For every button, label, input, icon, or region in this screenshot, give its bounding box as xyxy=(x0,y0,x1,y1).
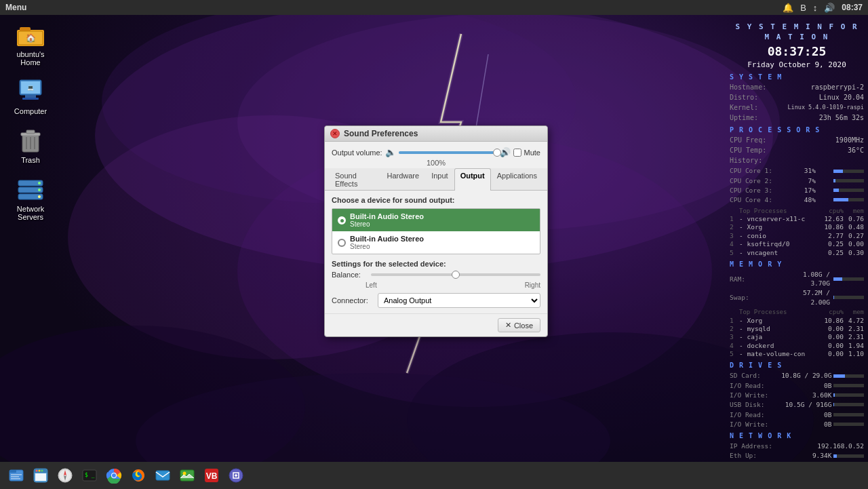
top-proc-row-1: 2 - Xorg 10.86 0.48 xyxy=(730,223,864,231)
taskbar-compass[interactable] xyxy=(54,465,76,486)
io-write1-label: I/O Write: xyxy=(730,391,781,399)
network-icon[interactable]: ↕ xyxy=(813,3,818,13)
volume-icon[interactable]: 🔊 xyxy=(824,3,835,13)
hostname-value: raspberrypi-2 xyxy=(774,83,864,92)
top-proc-row-3: 4 - ksoftirqd/0 0.25 0.00 xyxy=(730,240,864,248)
eth-up-value: 9.34K xyxy=(781,451,832,460)
balance-thumb[interactable] xyxy=(452,271,460,279)
volume-high-icon: 🔊 xyxy=(500,147,511,157)
proc-name-4: - vncagent xyxy=(738,249,823,257)
sysinfo-date: Friday October 9, 2020 xyxy=(730,60,864,70)
svg-point-51 xyxy=(112,473,116,477)
kernel-value: Linux 5.4.0-1019-raspi xyxy=(774,104,864,112)
svg-point-38 xyxy=(36,470,38,472)
taskbar-terminal[interactable]: $ _ xyxy=(79,465,100,486)
taskbar-app[interactable] xyxy=(225,465,247,486)
desktop-icon-network[interactable]: Network Servers xyxy=(7,175,54,221)
cpu-core-row-3: CPU Core 4: 48% xyxy=(730,195,864,204)
taskbar-mail[interactable] xyxy=(152,465,174,486)
proc-num-0: 1 xyxy=(730,215,738,223)
mem-proc-num-4: 5 xyxy=(730,350,738,358)
drives-section: D R I V E S xyxy=(730,361,864,370)
volume-slider-track xyxy=(399,151,497,154)
system-info-panel: S Y S T E M I N F O R M A T I O N 08:37:… xyxy=(726,19,868,473)
taskbar-image-viewer[interactable] xyxy=(176,465,198,486)
proc-num-1: 2 xyxy=(730,223,738,231)
mem-proc-mem-4: 1.10 xyxy=(844,350,864,358)
mem-proc-row-0: 1 - Xorg 10.86 4.72 xyxy=(730,317,864,325)
mem-proc-name-0: - Xorg xyxy=(738,317,823,325)
cpu-core-label-2: CPU Core 3: xyxy=(730,186,781,195)
dialog-footer: ✕ Close xyxy=(325,313,547,336)
cpu-temp-label: CPU Temp: xyxy=(730,146,774,155)
tab-output[interactable]: Output xyxy=(454,168,491,191)
svg-text:🏠: 🏠 xyxy=(26,33,36,43)
balance-slider[interactable] xyxy=(371,273,540,276)
dialog-body: Output volume: 🔈 🔊 Mute 100% Sound Effec… xyxy=(325,142,547,313)
svg-rect-16 xyxy=(22,98,39,100)
mem-proc-mem-2: 2.31 xyxy=(844,333,864,341)
close-button-label: Close xyxy=(514,321,533,330)
choose-device-label: Choose a device for sound output: xyxy=(332,196,540,204)
connector-select[interactable]: Analog Output Digital Output xyxy=(378,293,540,308)
volume-slider-thumb[interactable] xyxy=(493,149,501,157)
taskbar-files[interactable] xyxy=(5,465,27,486)
mute-label: Mute xyxy=(524,149,540,157)
proc-cpu-0: 12.63 xyxy=(823,215,844,223)
proc-mem-2: 0.27 xyxy=(844,232,864,240)
menu-label[interactable]: Menu xyxy=(5,3,26,12)
tab-hardware[interactable]: Hardware xyxy=(380,168,425,191)
io-write2-value: 0B xyxy=(781,420,832,429)
device-sub-1: Stereo xyxy=(350,243,424,250)
mute-checkbox[interactable] xyxy=(513,149,521,157)
sysinfo-title: S Y S T E M I N F O R M A T I O N xyxy=(730,22,864,43)
tab-input[interactable]: Input xyxy=(425,168,454,191)
mem-proc-cpu-header: cpu% xyxy=(823,308,844,317)
proc-mem-0: 0.76 xyxy=(844,215,864,223)
svg-rect-41 xyxy=(35,473,46,481)
dialog-close-button[interactable]: ✕ xyxy=(330,129,340,138)
cpu-core-row-1: CPU Core 2: 7% xyxy=(730,176,864,185)
uptime-value: 23h 56m 32s xyxy=(774,113,864,123)
settings-section-label: Settings for the selected device: xyxy=(332,260,540,268)
balance-right-label: Right xyxy=(525,281,540,289)
bell-icon[interactable]: 🔔 xyxy=(783,3,793,13)
cpu-core-row-2: CPU Core 3: 17% xyxy=(730,186,864,195)
tab-applications[interactable]: Applications xyxy=(491,168,543,191)
device-item-1[interactable]: Built-in Audio Stereo Stereo xyxy=(332,231,540,254)
home-icon-label: ubuntu's Home xyxy=(7,50,54,66)
volume-slider-wrap[interactable] xyxy=(399,151,497,154)
taskbar-chromium[interactable] xyxy=(103,465,125,486)
svg-point-28 xyxy=(38,189,41,191)
close-button[interactable]: ✕ Close xyxy=(498,318,540,332)
mem-proc-row-3: 4 - dockerd 0.00 1.94 xyxy=(730,342,864,350)
svg-rect-20 xyxy=(26,130,35,134)
desktop-icon-home[interactable]: 🏠 ubuntu's Home xyxy=(7,20,54,66)
proc-mem-3: 0.00 xyxy=(844,240,864,248)
tab-sound-effects[interactable]: Sound Effects xyxy=(329,168,380,191)
mem-proc-mem-0: 4.72 xyxy=(844,317,864,325)
cpu-core-val-2: 17% xyxy=(797,186,816,195)
taskbar-browser[interactable] xyxy=(30,465,52,486)
proc-cpu-3: 0.25 xyxy=(823,240,844,248)
device-item-0[interactable]: Built-in Audio Stereo Stereo xyxy=(332,209,540,231)
desktop-icon-trash[interactable]: Trash xyxy=(7,126,54,164)
proc-name-1: - Xorg xyxy=(738,223,823,231)
trash-icon-label: Trash xyxy=(21,156,40,164)
processors-section: P R O C E S S O R S xyxy=(730,125,864,135)
usb-disk-label: USB Disk: xyxy=(730,400,781,409)
bluetooth-icon[interactable]: B xyxy=(800,3,806,13)
desktop-icons: 🏠 ubuntu's Home 💻 Computer xyxy=(7,20,54,221)
system-section: S Y S T E M xyxy=(730,73,864,82)
desktop-icon-computer[interactable]: 💻 Computer xyxy=(7,77,54,115)
taskbar-firefox[interactable] xyxy=(127,465,149,486)
proc-cpu-1: 10.86 xyxy=(823,223,844,231)
cpu-core-val-0: 31% xyxy=(797,166,816,175)
taskbar-vb[interactable]: VB xyxy=(201,465,222,486)
proc-num-4: 5 xyxy=(730,249,738,257)
kernel-label: Kernel: xyxy=(730,103,774,113)
svg-rect-34 xyxy=(11,478,20,480)
mem-proc-name-1: - mysqld xyxy=(738,325,823,333)
svg-point-27 xyxy=(38,182,41,184)
device-list: Built-in Audio Stereo Stereo Built-in Au… xyxy=(332,208,540,254)
